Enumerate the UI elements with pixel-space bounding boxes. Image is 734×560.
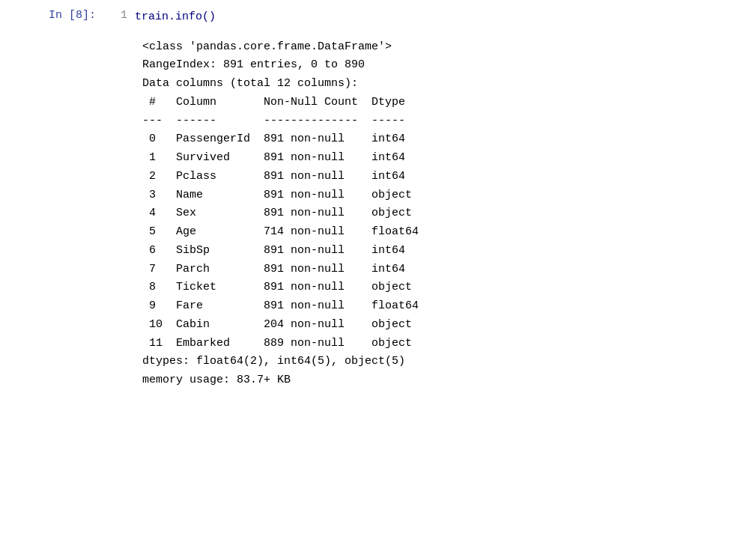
- code-line: train.info(): [135, 9, 734, 26]
- cell-content: 1 train.info(): [105, 6, 734, 26]
- notebook-cell: In [8]: 1 train.info(): [0, 0, 734, 32]
- output-text: <class 'pandas.core.frame.DataFrame'> Ra…: [142, 38, 419, 390]
- output-area: <class 'pandas.core.frame.DataFrame'> Ra…: [105, 32, 734, 396]
- cell-label: In [8]:: [0, 6, 105, 26]
- code-area: train.info(): [135, 6, 734, 26]
- line-number: 1: [105, 6, 135, 26]
